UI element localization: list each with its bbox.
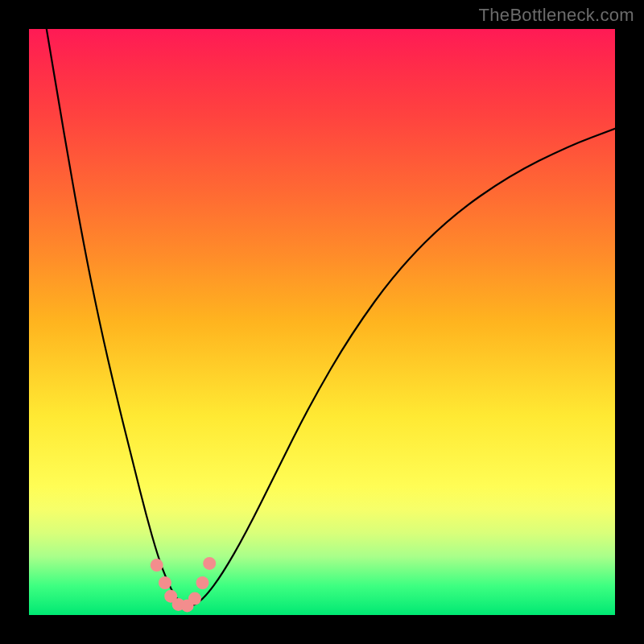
watermark-text: TheBottleneck.com xyxy=(479,5,634,26)
curve-marker xyxy=(196,576,209,589)
chart-svg xyxy=(29,29,615,615)
curve-marker xyxy=(159,576,171,589)
chart-frame: TheBottleneck.com xyxy=(0,0,644,644)
curve-markers xyxy=(151,557,217,613)
bottleneck-curve xyxy=(47,29,615,606)
curve-marker xyxy=(203,557,216,570)
curve-marker xyxy=(188,592,201,605)
curve-marker xyxy=(151,559,163,572)
plot-area xyxy=(29,29,615,615)
